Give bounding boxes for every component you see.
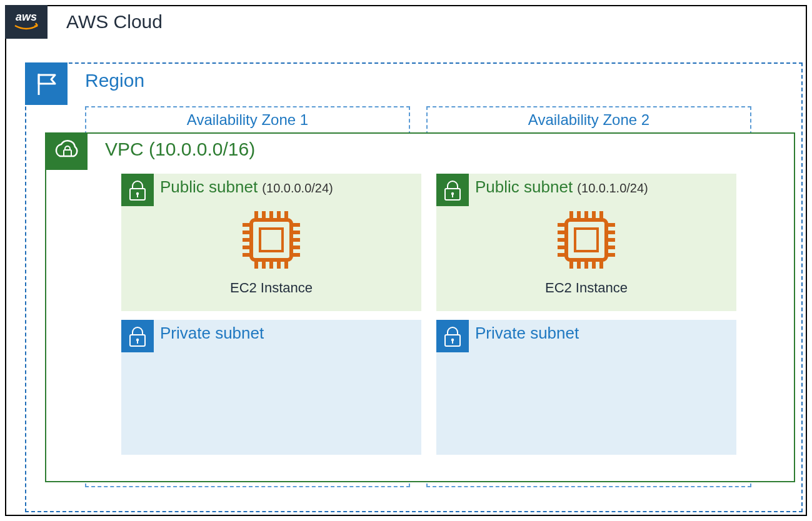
ec2-label: EC2 Instance <box>545 280 628 296</box>
lock-icon <box>436 174 469 206</box>
lock-icon <box>436 320 469 352</box>
az-title: Availability Zone 2 <box>428 107 750 129</box>
ec2-instance: EC2 Instance <box>545 207 628 296</box>
aws-logo-icon: aws <box>5 5 48 39</box>
region-flag-icon <box>25 62 68 105</box>
public-subnet-az2: Public subnet (10.0.1.0/24) EC2 Instance <box>436 174 736 311</box>
subnet-name: Public subnet <box>475 177 573 196</box>
subnet-name: Public subnet <box>160 177 258 196</box>
ec2-instance: EC2 Instance <box>230 207 313 296</box>
subnet-title: Private subnet <box>475 324 579 343</box>
az-title: Availability Zone 1 <box>86 107 409 129</box>
vpc-cloud-lock-icon <box>45 132 88 170</box>
ec2-chip-icon <box>554 207 619 272</box>
region-frame: Region Availability Zone 1 Availability … <box>25 62 803 512</box>
lock-icon <box>121 320 154 352</box>
ec2-label: EC2 Instance <box>230 280 313 296</box>
subnet-title: Public subnet (10.0.1.0/24) <box>475 177 648 197</box>
vpc-title: VPC (10.0.0.0/16) <box>105 139 255 160</box>
cloud-title: AWS Cloud <box>66 11 163 32</box>
subnet-title: Public subnet (10.0.0.0/24) <box>160 177 333 197</box>
svg-text:aws: aws <box>16 11 37 23</box>
aws-cloud-frame: aws AWS Cloud Region Availability Zone 1… <box>5 5 807 516</box>
subnet-cidr: (10.0.0.0/24) <box>262 181 333 195</box>
subnet-title: Private subnet <box>160 324 264 343</box>
public-subnet-az1: Public subnet (10.0.0.0/24) EC2 Instance <box>121 174 421 311</box>
region-title: Region <box>85 70 144 91</box>
ec2-chip-icon <box>239 207 304 272</box>
lock-icon <box>121 174 154 206</box>
private-subnet-az2: Private subnet <box>436 320 736 455</box>
subnet-cidr: (10.0.1.0/24) <box>577 181 648 195</box>
svg-rect-27 <box>64 150 71 156</box>
vpc-frame: VPC (10.0.0.0/16) Public subnet (10.0.0.… <box>45 132 795 482</box>
private-subnet-az1: Private subnet <box>121 320 421 455</box>
